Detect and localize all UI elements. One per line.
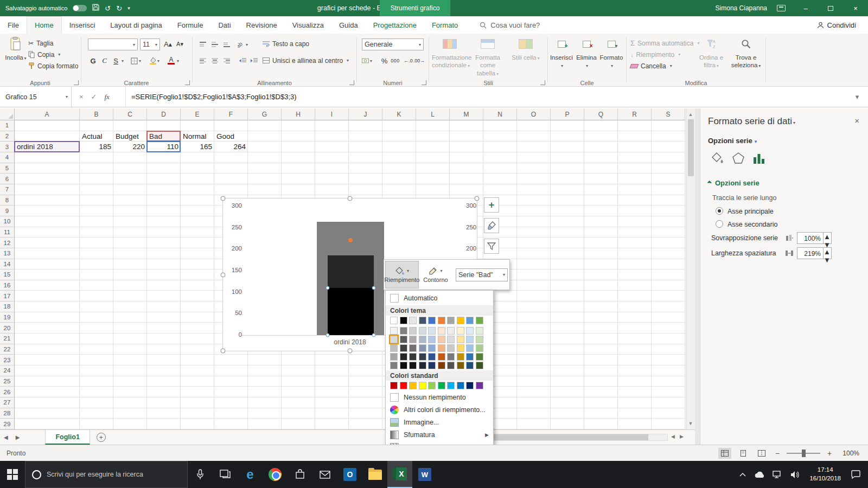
column-header-G[interactable]: G	[248, 108, 282, 120]
save-icon[interactable]	[92, 4, 99, 12]
selected-series-handle[interactable]	[372, 286, 375, 290]
theme-color-swatch-1[interactable]	[390, 317, 398, 324]
column-header-F[interactable]: F	[214, 108, 248, 120]
minimize-button[interactable]: –	[793, 0, 818, 16]
font-color-button[interactable]: A	[166, 55, 176, 66]
confirm-formula-icon[interactable]: ✓	[91, 93, 97, 101]
theme-color-swatch-2[interactable]	[400, 317, 407, 324]
row-header-13[interactable]: 13	[0, 248, 15, 259]
chart-bar-bad[interactable]	[328, 288, 374, 335]
format-as-table-button[interactable]: Formatta come tabella▾	[470, 36, 506, 77]
spinner-up-icon[interactable]: ▲	[824, 248, 831, 256]
menu-item-no-fill[interactable]: Nessun riempimento	[386, 391, 493, 403]
theme-variant-swatch-1-1[interactable]	[390, 327, 398, 335]
zoom-slider-thumb[interactable]	[802, 450, 806, 457]
theme-variant-swatch-1-6[interactable]	[438, 327, 445, 335]
font-size-combo[interactable]: 11▾	[140, 38, 160, 50]
theme-variant-swatch-1-5[interactable]	[428, 327, 436, 335]
cut-button[interactable]: ✂Taglia	[28, 37, 78, 49]
number-format-combo[interactable]: Generale▾	[362, 38, 424, 50]
cell-E3[interactable]: 165	[181, 142, 214, 152]
undo-icon[interactable]: ↺	[105, 4, 111, 12]
tab-dati[interactable]: Dati	[210, 16, 238, 34]
find-select-button[interactable]: Trova e seleziona▾	[729, 36, 763, 69]
standard-color-swatch-10[interactable]	[476, 382, 483, 389]
cancel-formula-icon[interactable]: ×	[79, 93, 84, 101]
row-header-10[interactable]: 10	[0, 216, 15, 227]
theme-variant-swatch-4-2[interactable]	[400, 353, 407, 361]
theme-variant-swatch-4-5[interactable]	[428, 353, 436, 361]
autosum-button[interactable]: ΣSomma automatica▾	[630, 37, 699, 49]
theme-variant-swatch-4-8[interactable]	[457, 353, 464, 361]
menu-item-more-fill-colors[interactable]: Altri colori di riempimento...	[386, 403, 493, 416]
percent-style-button[interactable]: %	[379, 55, 390, 66]
row-header-3[interactable]: 3	[0, 142, 15, 152]
row-header-12[interactable]: 12	[0, 237, 15, 248]
redo-icon[interactable]: ↻	[116, 4, 122, 12]
share-button[interactable]: Condividi	[817, 21, 856, 29]
insert-function-icon[interactable]: fx	[105, 93, 110, 101]
theme-variant-swatch-5-7[interactable]	[447, 362, 455, 369]
view-page-break-button[interactable]	[755, 448, 768, 459]
cell-B2[interactable]: Actual	[80, 131, 113, 142]
column-header-L[interactable]: L	[416, 108, 450, 120]
selected-series-handle[interactable]	[372, 333, 375, 337]
tab-progettazione[interactable]: Progettazione	[366, 16, 424, 34]
theme-variant-swatch-2-1[interactable]	[390, 336, 398, 343]
fill-color-caret-icon[interactable]: ▾	[157, 59, 159, 63]
taskbar-search-box[interactable]: Scrivi qui per eseguire la ricerca	[25, 461, 188, 488]
decrease-indent-icon[interactable]	[238, 55, 248, 66]
tab-home[interactable]: Home	[27, 16, 62, 34]
tab-formule[interactable]: Formule	[170, 16, 211, 34]
row-header-19[interactable]: 19	[0, 312, 15, 323]
theme-variant-swatch-1-9[interactable]	[466, 327, 474, 335]
row-header-20[interactable]: 20	[0, 323, 15, 333]
cell-F3[interactable]: 264	[214, 142, 248, 152]
file-explorer-icon[interactable]	[362, 461, 387, 488]
secondary-axis-radio[interactable]	[716, 220, 723, 228]
theme-variant-swatch-2-2[interactable]	[400, 336, 407, 343]
grow-font-button[interactable]: A▴	[163, 38, 173, 49]
theme-variant-swatch-5-8[interactable]	[457, 362, 464, 369]
theme-variant-swatch-2-6[interactable]	[438, 336, 445, 343]
chrome-icon[interactable]	[263, 461, 288, 488]
cell-F2[interactable]: Good	[214, 131, 248, 142]
row-header-28[interactable]: 28	[0, 408, 15, 419]
row-header-14[interactable]: 14	[0, 259, 15, 270]
shrink-font-button[interactable]: A▾	[175, 38, 185, 49]
pane-series-options-dropdown[interactable]: Opzioni serie▾	[708, 137, 757, 145]
theme-variant-swatch-5-2[interactable]	[400, 362, 407, 369]
view-page-layout-button[interactable]	[737, 448, 750, 459]
column-header-N[interactable]: N	[483, 108, 517, 120]
row-header-8[interactable]: 8	[0, 195, 15, 206]
mail-icon[interactable]	[312, 461, 337, 488]
standard-color-swatch-3[interactable]	[409, 382, 417, 389]
maximize-button[interactable]	[818, 0, 843, 16]
column-header-D[interactable]: D	[147, 108, 181, 120]
increase-decimal-button[interactable]: ←.0	[403, 55, 413, 66]
bold-button[interactable]: G	[88, 55, 98, 66]
theme-variant-swatch-3-8[interactable]	[457, 344, 464, 352]
chart-resize-handle[interactable]	[348, 196, 353, 201]
selected-series-handle[interactable]	[326, 286, 329, 290]
word-taskbar-icon[interactable]: W	[412, 461, 437, 488]
menu-item-automatic[interactable]: Automatico	[386, 292, 493, 304]
theme-variant-swatch-5-3[interactable]	[409, 362, 417, 369]
column-header-K[interactable]: K	[382, 108, 416, 120]
align-bottom-icon[interactable]	[221, 39, 232, 50]
theme-color-swatch-4[interactable]	[419, 317, 426, 324]
cell-C3[interactable]: 220	[113, 142, 147, 152]
theme-variant-swatch-2-7[interactable]	[447, 336, 455, 343]
align-middle-icon[interactable]	[209, 39, 220, 50]
theme-variant-swatch-5-6[interactable]	[438, 362, 445, 369]
action-center-icon[interactable]	[848, 461, 863, 488]
new-sheet-button[interactable]: +	[97, 433, 106, 442]
column-header-A[interactable]: A	[15, 108, 80, 120]
chart-element-selector[interactable]: Serie "Bad"▾	[456, 268, 508, 281]
italic-button[interactable]: C	[99, 55, 110, 66]
insert-cells-button[interactable]: + Inserisci▾	[550, 36, 573, 69]
standard-color-swatch-8[interactable]	[457, 382, 464, 389]
standard-color-swatch-6[interactable]	[438, 382, 445, 389]
standard-color-swatch-9[interactable]	[466, 382, 474, 389]
row-header-1[interactable]: 1	[0, 120, 15, 131]
